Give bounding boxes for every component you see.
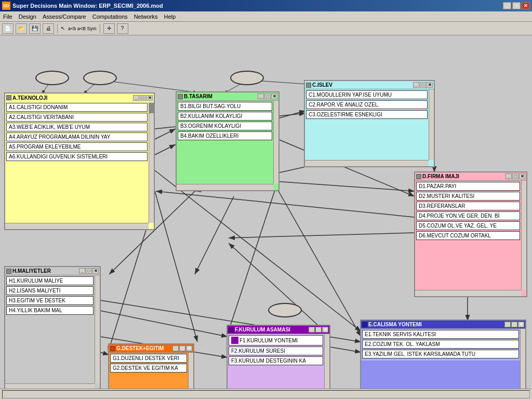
close-button[interactable]: ✕ [522,2,530,9]
scrollbar-h-b[interactable] [177,184,273,190]
close-a[interactable]: ✕ [147,95,153,101]
menu-file[interactable]: File [0,12,16,21]
max-f[interactable]: □ [315,327,322,332]
scrollbar-h-a[interactable] [5,223,149,229]
min-a[interactable]: _ [133,95,139,101]
status-text [2,390,530,398]
max-e[interactable]: □ [511,322,517,327]
scroll-thumb-a [149,103,154,113]
svg-line-27 [195,196,234,274]
new-button[interactable]: 📄 [2,23,14,34]
title-f: F.KURULUM ASAMASI _ □ ✕ [228,326,329,334]
label-c: C.ISLEV [312,82,332,88]
close-f[interactable]: ✕ [322,327,328,332]
svg-line-22 [104,81,197,92]
max-c[interactable]: □ [420,82,426,88]
sw-icon-f [229,327,234,332]
scrollbar-h-d[interactable] [415,290,521,296]
close-e[interactable]: ✕ [518,322,524,327]
scrollbar-h-h[interactable] [5,383,95,389]
max-h[interactable]: □ [86,268,92,274]
title-b: B.TASARIM _ □ ✕ [177,92,278,101]
min-g[interactable]: _ [172,345,179,351]
close-g[interactable]: ✕ [186,345,192,351]
svg-line-11 [330,347,361,352]
menu-networks[interactable]: Networks [131,12,161,21]
min-d[interactable]: _ [506,174,512,179]
item-d5: D5.COZUM OL.VE YAZ. GEL. YE [416,221,520,230]
item-d2: D2.MUSTERI KALITESI [416,192,520,201]
scrollbar-h-c[interactable] [305,160,429,166]
item-a3: A3.WEB'E ACIKLIK, WEB'E UYUM [6,123,148,131]
min-c[interactable]: _ [413,82,419,88]
body-e: E1.TEKNIK SERVIS KALITESI E2.COZUM TEK. … [361,329,525,361]
title-h: H.MALIYETLER _ □ ✕ [5,267,100,275]
item-c2: C2.RAPOR.VE ANALIZ OZEL. [306,100,428,109]
svg-line-15 [155,170,361,331]
max-b[interactable]: □ [264,94,271,99]
scrollbar-v-a[interactable] [149,102,154,223]
window-controls: _ ▪ ✕ [503,2,530,9]
item-e2: E2.COZUM TEK. OL. YAKLASM [362,340,519,349]
scrollbar-v-e[interactable] [520,329,525,389]
menu-assess-compare[interactable]: Assess/Compare [39,12,89,21]
toolbar-separator-1 [57,24,58,33]
close-d[interactable]: ✕ [519,174,525,179]
sw-icon-b [178,94,183,99]
item-g2: G2.DESTEK VE EGITIM KA [110,364,187,373]
scrollbar-v-c[interactable] [429,89,434,160]
scrollbar-v-g[interactable] [188,353,193,389]
window-e-calisma: E.CALISMA YONTEMI _ □ ✕ E1.TEKNIK SERVIS… [360,320,526,389]
label-f: F.KURULUM ASAMASI [235,327,290,332]
oval-node-3 [230,71,264,85]
scrollbar-v-f[interactable] [324,334,329,389]
item-b2: B2.KULLANIM KOLAYLIGI [178,112,272,121]
controls-e: _ □ ✕ [504,322,524,327]
min-b[interactable]: _ [258,94,264,99]
item-c3: C3.OZELESTIRME ESNEKLIGI [306,110,428,119]
close-h[interactable]: ✕ [92,268,99,274]
scrollbar-v-h[interactable] [95,275,100,383]
max-a[interactable]: □ [140,95,146,101]
restore-button[interactable]: ▪ [512,2,521,9]
body-g: G1.DUZENLI DESTEK VERI G2.DESTEK VE EGIT… [109,353,193,375]
min-f[interactable]: _ [309,327,315,332]
svg-line-4 [278,111,305,118]
window-c-islev: C.ISLEV _ □ ✕ C1.MODULLERIN YAP.ISE UYUM… [304,80,435,167]
f1-icon [231,337,238,344]
item-c1: C1.MODULLERIN YAP.ISE UYUMU [306,90,428,99]
max-d[interactable]: □ [512,174,518,179]
menu-help[interactable]: Help [161,12,179,21]
info-button[interactable]: ? [117,23,128,34]
item-a1: A1.CALISTIGI DONANIM [6,103,148,112]
max-g[interactable]: □ [179,345,185,351]
close-b[interactable]: ✕ [271,94,277,99]
scrollbar-v-d[interactable] [521,181,526,290]
body-a: A1.CALISTIGI DONANIM A2.CALISTIGI VERITA… [5,102,154,163]
sw-icon-e [362,322,367,327]
window-f-kurulum: F.KURULUM ASAMASI _ □ ✕ F1.KURULUM YONTE… [227,325,330,389]
min-e[interactable]: _ [504,322,511,327]
item-h4: H4.YILLIK BAKIM MAL [6,306,94,315]
open-button[interactable]: 📂 [16,23,27,34]
item-f3: F3.KURULUM DESTEGININ KA [229,356,323,365]
item-b3: B3.OGRENIM KOLAYLIGI [178,122,272,130]
menu-computations[interactable]: Computations [89,12,131,21]
save-button[interactable]: 💾 [29,23,41,34]
scrollbar-v-b[interactable] [273,101,278,184]
item-b1: B1.BILGI BUT.SAG.YOLU [178,102,272,111]
body-d: D1.PAZAR.PAYI D2.MUSTERI KALITESI D3.REF… [415,181,526,242]
toolbar: 📄 📂 💾 🖨 ↖ a<b a<B Sym ✛ ? [0,22,532,35]
minimize-button[interactable]: _ [503,2,511,9]
window-d-firma: D.FIRMA IMAJI _ □ ✕ D1.PAZAR.PAYI D2.MUS… [414,171,527,297]
item-a6: A6.KULLANDIGI GUVENLIK SISTEMLERI [6,152,148,161]
print-button[interactable]: 🖨 [43,23,54,34]
min-h[interactable]: _ [79,268,85,274]
cursor-icon: ↖ [61,25,65,31]
item-a2: A2.CALISTIGI VERITABANI [6,113,148,122]
controls-g: _ □ ✕ [172,345,192,351]
close-c[interactable]: ✕ [427,82,433,88]
controls-b: _ □ ✕ [258,94,277,99]
cursor-button[interactable]: ✛ [103,23,115,34]
menu-design[interactable]: Design [16,12,39,21]
